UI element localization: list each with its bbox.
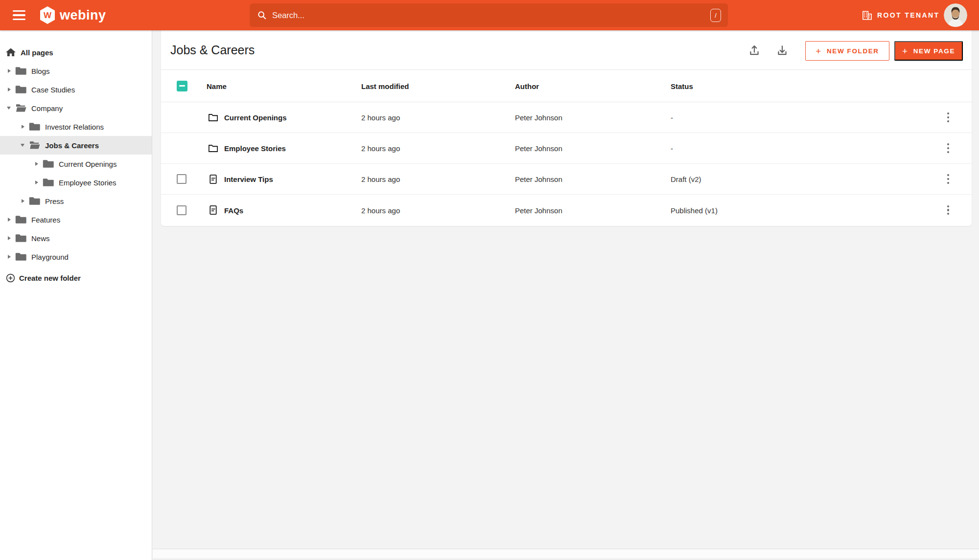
sidebar-item-label: Playground (31, 253, 69, 261)
sidebar-tree-item[interactable]: Press (0, 192, 152, 210)
folder-icon (15, 233, 27, 243)
row-author: Peter Johnson (515, 175, 562, 183)
bottom-bar (153, 549, 979, 560)
sidebar-tree-item[interactable]: News (0, 229, 152, 247)
export-pages-button[interactable] (747, 43, 762, 58)
expand-caret-icon[interactable] (6, 86, 13, 93)
page-title: Jobs & Careers (170, 43, 255, 57)
sidebar-tree-item[interactable]: Features (0, 210, 152, 229)
expand-caret-icon[interactable] (6, 235, 13, 242)
plus-icon: + (816, 46, 822, 56)
table-row[interactable]: Current Openings 2 hours ago Peter Johns… (161, 102, 972, 133)
sidebar-tree-item[interactable]: Company (0, 99, 152, 117)
table-row[interactable]: FAQs 2 hours ago Peter Johnson Published… (161, 195, 972, 225)
folder-contents-card: Jobs & Careers + NEW FOLDER + NEW PAGE (161, 30, 972, 226)
sidebar-tree-item[interactable]: Playground (0, 247, 152, 266)
tenant-name: ROOT TENANT (877, 11, 940, 19)
row-status: Published (v1) (671, 206, 718, 214)
row-status: - (671, 144, 673, 153)
expand-caret-icon[interactable] (20, 198, 26, 204)
row-menu-button[interactable] (942, 142, 954, 155)
row-checkbox[interactable] (177, 174, 186, 184)
content-area: Jobs & Careers + NEW FOLDER + NEW PAGE (152, 30, 979, 560)
expand-caret-icon[interactable] (20, 142, 26, 149)
column-author: Author (515, 82, 539, 90)
expand-caret-icon[interactable] (33, 179, 40, 186)
create-new-folder-label: Create new folder (19, 274, 81, 282)
import-pages-button[interactable] (775, 43, 790, 58)
row-menu-button[interactable] (942, 111, 954, 124)
folder-icon (15, 215, 27, 224)
brand-wordmark: webiny (60, 8, 106, 23)
sidebar-tree-item[interactable]: Case Studies (0, 80, 152, 99)
row-last-modified: 2 hours ago (361, 113, 400, 122)
user-avatar[interactable] (944, 3, 967, 27)
expand-caret-icon[interactable] (33, 160, 40, 167)
expand-caret-icon[interactable] (6, 67, 13, 74)
column-status: Status (671, 82, 693, 90)
download-icon (776, 44, 789, 57)
webiny-hexagon-icon: W (39, 6, 56, 24)
row-status: Draft (v2) (671, 175, 701, 183)
search-icon (256, 10, 267, 21)
table-row[interactable]: Employee Stories 2 hours ago Peter Johns… (161, 133, 972, 164)
sidebar-item-label: News (31, 234, 50, 243)
row-menu-button[interactable] (942, 173, 954, 185)
sidebar-tree-item[interactable]: Jobs & Careers (0, 136, 152, 155)
new-page-label: NEW PAGE (913, 47, 955, 55)
search-input[interactable] (272, 11, 710, 20)
new-page-button[interactable]: + NEW PAGE (894, 41, 963, 61)
sidebar-item-label: All pages (21, 48, 53, 57)
sidebar-tree-item[interactable]: Blogs (0, 62, 152, 80)
global-search: / (250, 3, 728, 27)
expand-caret-icon[interactable] (20, 123, 26, 130)
sidebar-item-label: Case Studies (31, 86, 75, 94)
home-icon (5, 47, 17, 58)
tenant-selector[interactable]: ROOT TENANT (862, 0, 940, 30)
sidebar-tree-item[interactable]: Employee Stories (0, 173, 152, 192)
card-header: Jobs & Careers + NEW FOLDER + NEW PAGE (161, 30, 972, 70)
svg-text:W: W (44, 11, 52, 20)
menu-icon[interactable] (13, 10, 27, 21)
expand-caret-icon[interactable] (6, 216, 13, 223)
row-last-modified: 2 hours ago (361, 144, 400, 153)
webiny-logo: W webiny (39, 6, 106, 24)
folder-icon (208, 142, 219, 154)
plus-circle-icon (5, 273, 16, 283)
page-icon (208, 204, 219, 216)
row-checkbox[interactable] (177, 205, 186, 215)
upload-icon (748, 44, 761, 57)
expand-caret-icon[interactable] (6, 253, 13, 260)
new-folder-button[interactable]: + NEW FOLDER (805, 41, 889, 61)
folder-tree-sidebar: All pages Blogs Case Studies Company Inv… (0, 30, 152, 560)
sidebar-item-label: Current Openings (59, 160, 117, 168)
sidebar-item-label: Press (45, 197, 64, 205)
sidebar-item-label: Features (31, 216, 60, 224)
row-last-modified: 2 hours ago (361, 206, 400, 214)
row-name[interactable]: Interview Tips (224, 175, 273, 183)
sidebar-item-all-pages[interactable]: All pages (0, 43, 152, 62)
row-name[interactable]: Current Openings (224, 113, 287, 122)
sidebar-tree-item[interactable]: Investor Relations (0, 117, 152, 136)
table-header: Name Last modified Author Status (161, 70, 972, 102)
folder-icon (29, 196, 41, 206)
row-author: Peter Johnson (515, 144, 562, 153)
folder-icon (43, 159, 54, 169)
folder-icon (43, 178, 54, 187)
row-menu-button[interactable] (942, 204, 954, 217)
folder-icon (15, 85, 27, 94)
table-body: Current Openings 2 hours ago Peter Johns… (161, 102, 972, 225)
row-name[interactable]: FAQs (224, 206, 243, 214)
table-row[interactable]: Interview Tips 2 hours ago Peter Johnson… (161, 164, 972, 195)
plus-icon: + (902, 46, 909, 56)
folder-icon (29, 122, 41, 132)
new-folder-label: NEW FOLDER (827, 47, 879, 55)
expand-caret-icon[interactable] (6, 105, 13, 112)
sidebar-item-label: Jobs & Careers (45, 141, 99, 150)
row-status: - (671, 113, 673, 122)
row-name[interactable]: Employee Stories (224, 144, 286, 153)
sidebar-tree-item[interactable]: Current Openings (0, 155, 152, 173)
create-new-folder-button[interactable]: Create new folder (0, 269, 152, 287)
folder-icon (15, 66, 27, 76)
select-all-checkbox[interactable] (177, 81, 187, 91)
